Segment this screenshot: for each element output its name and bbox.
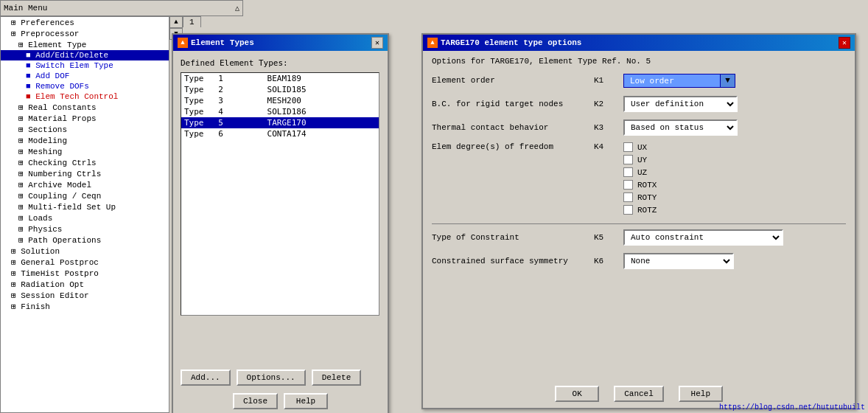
sidebar-item-material-props[interactable]: ⊞ Material Props — [1, 113, 169, 124]
constraint-type-select[interactable]: Auto constraint Rigid surface constraint… — [623, 229, 783, 246]
sidebar-item-elem-tech-control[interactable]: ■ Elem Tech Control — [1, 91, 169, 102]
divider — [432, 223, 846, 224]
targe170-content: Options for TARGE170, Element Type Ref. … — [423, 51, 855, 282]
dof-uz-row: UZ — [623, 167, 846, 177]
element-row-solid186[interactable]: Type 4 SOLID186 — [181, 106, 379, 117]
dof-roty-label: ROTY — [637, 193, 657, 202]
sidebar-item-general-postproc[interactable]: ⊞ General Postproc — [1, 257, 169, 268]
targe170-dialog-title: ▲ TARGE170 element type options ✕ — [423, 35, 855, 51]
bc-rigid-key: K2 — [594, 100, 623, 108]
element-order-row: Element order K1 Low order ▼ — [432, 72, 846, 89]
element-list-header: Defined Element Types: — [181, 58, 380, 68]
sidebar-item-numbering-ctrls[interactable]: ⊞ Numbering Ctrls — [1, 168, 169, 179]
targe170-close-button[interactable]: ✕ — [839, 37, 850, 49]
dof-uy-label: UY — [637, 156, 647, 164]
dof-control: UX UY UZ ROTX ROTY — [623, 142, 846, 218]
element-row-targe170[interactable]: Type 5 TARGE170 — [181, 117, 379, 128]
element-types-dialog-title: ▲ Element Types ✕ — [173, 35, 388, 51]
targe-ok-button[interactable]: OK — [555, 386, 599, 402]
dof-roty-checkbox[interactable] — [623, 192, 633, 202]
targe-cancel-button[interactable]: Cancel — [614, 386, 664, 402]
dof-rotz-row: ROTZ — [623, 205, 846, 215]
dof-uz-checkbox[interactable] — [623, 167, 633, 177]
constraint-type-label: Type of Constraint — [432, 233, 594, 242]
sidebar-item-meshing[interactable]: ⊞ Meshing — [1, 146, 169, 157]
sidebar-item-element-type[interactable]: ⊞ Element Type — [1, 39, 169, 50]
sidebar-item-preprocessor[interactable]: ⊞ Preprocessor — [1, 28, 169, 39]
sidebar-item-path-operations[interactable]: ⊞ Path Operations — [1, 235, 169, 246]
constrained-surface-row: Constrained surface symmetry K6 None Sym… — [432, 252, 846, 270]
sidebar-item-preferences[interactable]: ⊞ Preferences — [1, 17, 169, 28]
options-button[interactable]: Options... — [237, 369, 306, 386]
element-order-key: K1 — [594, 76, 623, 85]
sidebar-item-loads[interactable]: ⊞ Loads — [1, 212, 169, 223]
targe170-title-text: TARGE170 element type options — [441, 38, 581, 47]
element-row-beam189[interactable]: Type 1 BEAM189 — [181, 73, 379, 84]
thermal-contact-key: K3 — [594, 123, 623, 132]
element-row-solid185[interactable]: Type 2 SOLID185 — [181, 84, 379, 95]
dof-rotz-label: ROTZ — [637, 206, 657, 215]
sidebar-item-sections[interactable]: ⊞ Sections — [1, 124, 169, 135]
sidebar-item-remove-dofs[interactable]: ■ Remove DOFs — [1, 81, 169, 91]
delete-button[interactable]: Delete — [312, 369, 362, 386]
element-row-mesh200[interactable]: Type 3 MESH200 — [181, 95, 379, 106]
targe-help-button[interactable]: Help — [679, 386, 723, 402]
element-list: Type 1 BEAM189 Type 2 SOLID185 Type 3 ME… — [181, 72, 379, 316]
constrained-surface-select[interactable]: None Symmetric Antisymmetric — [623, 253, 734, 269]
targe170-dialog: ▲ TARGE170 element type options ✕ Option… — [421, 33, 856, 409]
dof-uy-row: UY — [623, 155, 846, 164]
element-order-control: Low order ▼ — [623, 74, 846, 88]
thermal-contact-select[interactable]: Based on status Always Never — [623, 119, 738, 136]
expand-button[interactable]: △ — [235, 4, 239, 13]
thermal-contact-control: Based on status Always Never — [623, 119, 846, 136]
url-text: https://blog.csdn.net/hututubuilt — [719, 403, 865, 412]
sidebar-item-real-constants[interactable]: ⊞ Real Constants — [1, 102, 169, 113]
sidebar-item-archive-model[interactable]: ⊞ Archive Model — [1, 179, 169, 190]
targe170-bottom-buttons: OK Cancel Help — [432, 386, 846, 402]
sidebar-item-timehist-postpro[interactable]: ⊞ TimeHist Postpro — [1, 268, 169, 279]
thermal-contact-label: Thermal contact behavior — [432, 123, 594, 132]
sidebar-scroll-up[interactable]: ▲ — [169, 16, 183, 28]
element-order-label: Element order — [432, 76, 594, 85]
help-button[interactable]: Help — [284, 393, 328, 409]
thermal-contact-row: Thermal contact behavior K3 Based on sta… — [432, 119, 846, 136]
sidebar-item-add-dof[interactable]: ■ Add DOF — [1, 71, 169, 81]
sidebar-item-physics[interactable]: ⊞ Physics — [1, 223, 169, 235]
close-button[interactable]: Close — [233, 393, 278, 409]
constraint-type-control: Auto constraint Rigid surface constraint… — [623, 229, 846, 246]
tab-1[interactable]: 1 — [183, 16, 201, 27]
bc-rigid-control: User definition All DOF UX UY UZ — [623, 96, 846, 112]
add-button[interactable]: Add... — [181, 369, 231, 386]
dof-uz-label: UZ — [637, 168, 647, 177]
dof-ux-checkbox[interactable] — [623, 142, 633, 152]
tab-bar: 1 — [183, 16, 256, 30]
sidebar-item-coupling-ceqn[interactable]: ⊞ Coupling / Ceqn — [1, 190, 169, 201]
sidebar-item-add-edit-delete[interactable]: ■ Add/Edit/Delete — [1, 50, 169, 60]
sidebar-item-solution[interactable]: ⊞ Solution — [1, 246, 169, 257]
element-types-title-text: Element Types — [191, 38, 254, 47]
main-menu-bar: Main Menu △ — [0, 0, 243, 16]
sidebar-item-modeling[interactable]: ⊞ Modeling — [1, 135, 169, 146]
element-row-conta174[interactable]: Type 6 CONTA174 — [181, 128, 379, 139]
sidebar: ⊞ Preferences ⊞ Preprocessor ⊞ Element T… — [0, 16, 169, 413]
dof-rotx-checkbox[interactable] — [623, 180, 633, 190]
sidebar-item-radiation-opt[interactable]: ⊞ Radiation Opt — [1, 279, 169, 290]
element-types-action-buttons: Add... Options... Delete — [181, 369, 380, 386]
dof-roty-row: ROTY — [623, 192, 846, 202]
sidebar-item-switch-elem-type[interactable]: ■ Switch Elem Type — [1, 60, 169, 71]
dof-rotz-checkbox[interactable] — [623, 205, 633, 215]
element-order-value[interactable]: Low order — [624, 74, 720, 87]
targe-ansys-icon: ▲ — [427, 38, 438, 48]
element-types-dialog: ▲ Element Types ✕ Defined Element Types:… — [172, 33, 389, 413]
element-types-bottom-buttons: Close Help — [181, 393, 380, 409]
element-types-close-button[interactable]: ✕ — [371, 37, 383, 49]
sidebar-item-checking-ctrls[interactable]: ⊞ Checking Ctrls — [1, 157, 169, 168]
sidebar-item-multi-field[interactable]: ⊞ Multi-field Set Up — [1, 201, 169, 212]
bc-rigid-row: B.C. for rigid target nodes K2 User defi… — [432, 95, 846, 113]
sidebar-item-finish[interactable]: ⊞ Finish — [1, 301, 169, 312]
dof-uy-checkbox[interactable] — [623, 155, 633, 164]
sidebar-item-session-editor[interactable]: ⊞ Session Editor — [1, 290, 169, 301]
bc-rigid-select[interactable]: User definition All DOF UX UY UZ — [623, 96, 738, 112]
element-order-dropdown-arrow[interactable]: ▼ — [720, 74, 735, 87]
constrained-surface-control: None Symmetric Antisymmetric — [623, 253, 846, 269]
